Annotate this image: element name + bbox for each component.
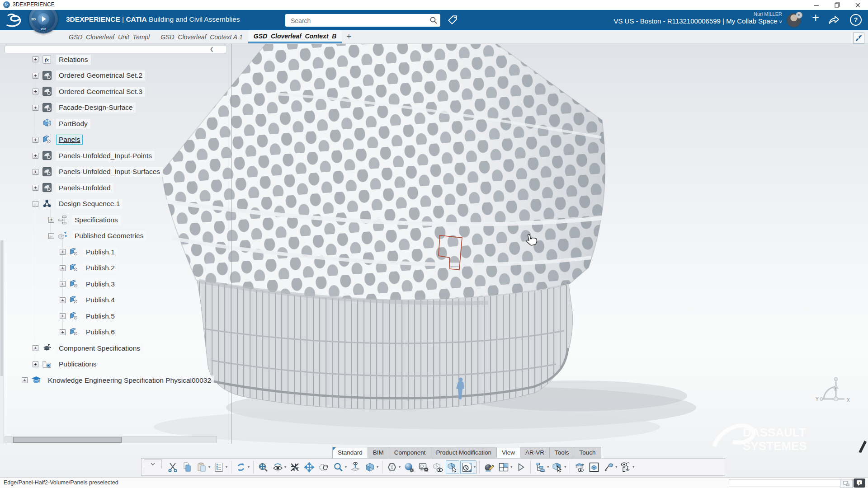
ribbon-tab-view[interactable]: View bbox=[496, 447, 520, 458]
tree-item-label[interactable]: Ordered Geometrical Set.3 bbox=[56, 87, 145, 97]
tree-item-label[interactable]: PartBody bbox=[56, 119, 90, 129]
doc-tab-0[interactable]: GSD_Cloverleaf_Unit_Templ bbox=[63, 30, 155, 43]
expand-expander[interactable]: + bbox=[48, 217, 54, 223]
tree-item-18[interactable]: +Component Specifications bbox=[0, 340, 231, 357]
expand-expander[interactable]: + bbox=[33, 56, 38, 62]
fit-all-in-button[interactable] bbox=[256, 460, 270, 474]
expand-expander[interactable]: + bbox=[22, 377, 28, 383]
tree-item-16[interactable]: +Publish.5 bbox=[0, 308, 231, 324]
tree-scrollbar-bottom[interactable] bbox=[5, 436, 217, 443]
tree-item-14[interactable]: +Publish.3 bbox=[0, 276, 231, 292]
pan-button[interactable] bbox=[302, 460, 316, 474]
expand-expander[interactable]: + bbox=[60, 313, 66, 319]
scrollbar-thumb[interactable] bbox=[0, 240, 3, 376]
dropdown-arrow-icon[interactable]: ▾ bbox=[248, 465, 250, 469]
expand-expander[interactable]: + bbox=[33, 105, 38, 111]
ribbon-tab-touch[interactable]: Touch bbox=[574, 447, 601, 458]
split-view-button[interactable]: ▾ bbox=[497, 460, 513, 474]
dropdown-arrow-icon[interactable]: ▾ bbox=[547, 465, 549, 469]
command-input[interactable] bbox=[729, 479, 842, 487]
expand-expander[interactable]: + bbox=[60, 281, 66, 287]
anchor-view-button[interactable]: ▾ bbox=[619, 460, 635, 474]
tree-item-4[interactable]: PartBody bbox=[0, 116, 231, 132]
minimize-button[interactable] bbox=[806, 0, 826, 10]
expand-expander[interactable]: + bbox=[60, 297, 66, 303]
dropdown-arrow-icon[interactable]: ▾ bbox=[615, 465, 617, 469]
tree-item-label[interactable]: Publish.6 bbox=[83, 327, 118, 337]
restore-button[interactable] bbox=[827, 0, 847, 10]
expand-expander[interactable]: + bbox=[33, 153, 38, 159]
update-button[interactable]: ▾ bbox=[234, 460, 250, 474]
window-icon[interactable] bbox=[840, 479, 853, 488]
expand-expander[interactable]: + bbox=[33, 345, 38, 351]
search-icon[interactable] bbox=[429, 16, 438, 24]
expand-expander[interactable]: + bbox=[60, 249, 66, 255]
expand-expander[interactable]: + bbox=[60, 329, 66, 335]
tree-item-label[interactable]: Publish.1 bbox=[83, 247, 118, 257]
tree-item-label[interactable]: Knowledge Engineering Specification Phys… bbox=[45, 375, 214, 385]
expand-expander[interactable]: + bbox=[33, 185, 38, 191]
dropdown-arrow-icon[interactable]: ▾ bbox=[399, 465, 401, 469]
next-view-button[interactable] bbox=[514, 460, 528, 474]
new-tab-button[interactable]: + bbox=[342, 30, 356, 43]
scrollbar-thumb[interactable] bbox=[13, 437, 122, 443]
tree-item-13[interactable]: +Publish.2 bbox=[0, 260, 231, 277]
ambience-button[interactable] bbox=[482, 460, 496, 474]
layer-visibility-button[interactable] bbox=[573, 460, 586, 474]
move-robot-button[interactable]: ▾ bbox=[602, 460, 618, 474]
collapse-expander[interactable]: − bbox=[48, 233, 54, 239]
keep-frame-button[interactable] bbox=[587, 460, 601, 474]
ribbon-tab-standard[interactable]: Standard bbox=[332, 447, 368, 458]
tree-item-2[interactable]: +Ordered Geometrical Set.3 bbox=[0, 84, 231, 100]
tree-splitter[interactable] bbox=[228, 44, 231, 444]
tree-item-5[interactable]: +Panels bbox=[0, 132, 231, 148]
dropdown-arrow-icon[interactable]: ▾ bbox=[474, 465, 476, 469]
design-tree-button[interactable]: ▾ bbox=[533, 460, 550, 474]
tree-item-label[interactable]: Publish.2 bbox=[83, 263, 118, 273]
center-graph-button[interactable] bbox=[288, 460, 302, 474]
rotate-button[interactable] bbox=[317, 460, 330, 474]
tree-item-8[interactable]: +Panels-Unfolded bbox=[0, 180, 231, 196]
collapse-panel-button[interactable] bbox=[853, 33, 864, 44]
expand-expander[interactable]: + bbox=[33, 361, 38, 367]
tree-item-label[interactable]: Facade-Design-Surface bbox=[56, 103, 136, 113]
ribbon-tab-tools[interactable]: Tools bbox=[549, 447, 574, 458]
tree-item-label[interactable]: Publish.4 bbox=[83, 295, 118, 305]
dropdown-arrow-icon[interactable]: ▾ bbox=[377, 465, 378, 469]
tree-item-label[interactable]: Publish.5 bbox=[83, 311, 118, 321]
dropdown-arrow-icon[interactable]: ▾ bbox=[226, 465, 227, 469]
ribbon-tab-bim[interactable]: BIM bbox=[368, 447, 389, 458]
expand-expander[interactable]: + bbox=[33, 169, 38, 175]
tree-item-label[interactable]: Relations bbox=[56, 55, 91, 65]
cut-button[interactable] bbox=[166, 460, 179, 474]
collapse-expander[interactable]: − bbox=[33, 201, 38, 207]
select-mode-button[interactable]: ▾ bbox=[551, 460, 567, 474]
tree-item-19[interactable]: +Publications bbox=[0, 357, 231, 373]
normal-view-button[interactable] bbox=[349, 460, 362, 474]
doc-tab-2[interactable]: GSD_Cloverleaf_Context_B bbox=[248, 30, 342, 43]
ribbon-tab-component[interactable]: Component bbox=[389, 447, 431, 458]
tree-item-1[interactable]: +Ordered Geometrical Set.2 bbox=[0, 68, 231, 84]
expand-expander[interactable]: + bbox=[33, 73, 38, 79]
tree-item-label[interactable]: Specifications bbox=[72, 215, 121, 225]
ribbon-tab-product-modification[interactable]: Product Modification bbox=[431, 447, 496, 458]
tree-item-label[interactable]: Design Sequence.1 bbox=[56, 199, 123, 209]
tree-item-17[interactable]: +Publish.6 bbox=[0, 324, 231, 341]
close-button[interactable] bbox=[848, 0, 868, 10]
history-support-button[interactable]: ▾ bbox=[460, 460, 476, 474]
tree-item-15[interactable]: +Publish.4 bbox=[0, 292, 231, 309]
tree-item-label[interactable]: Panels bbox=[56, 135, 83, 145]
dropdown-arrow-icon[interactable]: ▾ bbox=[510, 465, 512, 469]
tree-item-label[interactable]: Panels-Unfolded_Input-Points bbox=[56, 151, 155, 161]
tree-item-label[interactable]: Panels-Unfolded_Input-Surfaces bbox=[56, 167, 163, 177]
dropdown-arrow-icon[interactable]: ▾ bbox=[564, 465, 566, 469]
tree-item-9[interactable]: −Design Sequence.1 bbox=[0, 196, 231, 212]
iso-view-button[interactable]: ▾ bbox=[363, 460, 379, 474]
tree-item-11[interactable]: −Published Geometries bbox=[0, 228, 231, 244]
tree-item-label[interactable]: Ordered Geometrical Set.2 bbox=[56, 70, 145, 80]
tree-item-6[interactable]: +Panels-Unfolded_Input-Points bbox=[0, 148, 231, 164]
screen-settings-button[interactable] bbox=[417, 460, 430, 474]
info-bubble-icon[interactable]: i bbox=[854, 479, 865, 488]
collab-space-selector[interactable]: Nuri MILLER VS US - Boston - R1132100006… bbox=[613, 11, 782, 25]
ribbon-tab-ar-vr[interactable]: AR-VR bbox=[520, 447, 549, 458]
